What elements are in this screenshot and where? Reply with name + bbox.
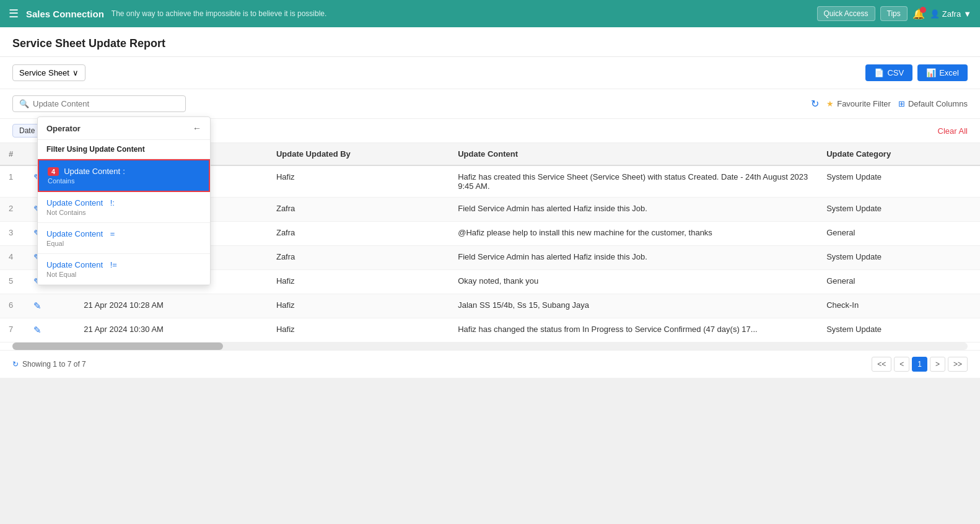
user-avatar-icon: 👤	[930, 9, 940, 19]
excel-icon: 📊	[926, 68, 936, 77]
op-item-notequal-sub: Not Equal	[46, 271, 201, 278]
tagline: The only way to achieve the impossible i…	[112, 9, 810, 18]
row-time: 21 Apr 2024 10:28 AM	[75, 294, 268, 318]
row-category: System Update	[818, 198, 980, 222]
dropdown-label: Service Sheet	[19, 68, 69, 77]
row-time: 21 Apr 2024 10:30 AM	[75, 318, 268, 343]
row-content: Okay noted, thank you	[449, 270, 818, 294]
refresh-button[interactable]: ↻	[811, 98, 819, 110]
table-row: 7 ✎ 21 Apr 2024 10:30 AM Hafiz Hafiz has…	[0, 318, 980, 343]
row-num: 3	[0, 222, 25, 246]
hamburger-icon[interactable]: ☰	[9, 7, 19, 20]
excel-label: Excel	[939, 68, 959, 77]
row-num: 5	[0, 270, 25, 294]
row-category: System Update	[818, 246, 980, 270]
op-item-notcontains-title: Update Content !:	[46, 198, 201, 207]
favourite-filter-button[interactable]: ★ Favourite Filter	[826, 99, 891, 108]
default-columns-label: Default Columns	[908, 99, 968, 108]
row-category: System Update	[818, 318, 980, 343]
toolbar: Service Sheet ∨ 📄 CSV 📊 Excel	[0, 57, 980, 89]
row-category: Check-In	[818, 294, 980, 318]
row-edit[interactable]: ✎	[25, 294, 75, 318]
op-badge: 4	[48, 167, 59, 176]
row-updatedby: Zafra	[268, 246, 449, 270]
dropdown-chevron-icon: ∨	[72, 68, 79, 77]
operator-dropdown: Operator ← Filter Using Update Content 4…	[37, 116, 211, 286]
current-page-button[interactable]: 1	[912, 357, 927, 372]
search-box[interactable]: 🔍	[12, 95, 186, 112]
op-header-title: Operator	[46, 124, 81, 133]
page-title: Service Sheet Update Report	[12, 37, 165, 50]
row-num: 7	[0, 318, 25, 343]
edit-icon[interactable]: ✎	[33, 325, 42, 335]
op-subtitle: Filter Using Update Content	[38, 140, 210, 159]
row-category: General	[818, 222, 980, 246]
refresh-small-icon[interactable]: ↻	[12, 360, 19, 369]
next-page-button[interactable]: >	[930, 357, 945, 372]
service-sheet-dropdown[interactable]: Service Sheet ∨	[12, 64, 85, 81]
star-icon: ★	[826, 99, 834, 108]
col-header-content: Update Content	[449, 143, 818, 165]
csv-icon: 📄	[874, 68, 884, 77]
op-item-not-equal[interactable]: Update Content != Not Equal	[38, 254, 210, 285]
last-page-button[interactable]: >>	[948, 357, 968, 372]
edit-icon[interactable]: ✎	[33, 300, 42, 311]
op-item-equal-title: Update Content =	[46, 229, 201, 238]
pagination-showing: Showing 1 to 7 of 7	[22, 360, 86, 369]
horizontal-scrollbar[interactable]	[12, 343, 968, 350]
row-content: @Hafiz please help to install this new m…	[449, 222, 818, 246]
search-icon: 🔍	[19, 99, 29, 108]
tips-button[interactable]: Tips	[880, 6, 908, 21]
op-item-notequal-title: Update Content !=	[46, 260, 201, 269]
row-updatedby: Hafiz	[268, 318, 449, 343]
filter-bar: 🔍 ↻ ★ Favourite Filter ⊞ Default Columns…	[0, 89, 980, 119]
row-edit[interactable]: ✎	[25, 318, 75, 343]
op-item-not-contains[interactable]: Update Content !: Not Contains	[38, 192, 210, 223]
nav-right: Quick Access Tips 🔔 👤 Zafra ▼	[817, 6, 971, 21]
search-input[interactable]	[33, 99, 179, 108]
col-header-hash: #	[0, 143, 25, 165]
table-row: 6 ✎ 21 Apr 2024 10:28 AM Hafiz Jalan SS …	[0, 294, 980, 318]
csv-button[interactable]: 📄 CSV	[865, 64, 912, 81]
excel-button[interactable]: 📊 Excel	[917, 64, 968, 81]
row-updatedby: Hafiz	[268, 165, 449, 198]
chevron-down-icon: ▼	[963, 9, 971, 19]
op-item-equal[interactable]: Update Content = Equal	[38, 223, 210, 254]
prev-page-button[interactable]: <	[894, 357, 909, 372]
clear-all-button[interactable]: Clear All	[938, 126, 968, 136]
quick-access-button[interactable]: Quick Access	[817, 6, 875, 21]
columns-icon: ⊞	[898, 99, 905, 108]
row-content: Hafiz has changed the status from In Pro…	[449, 318, 818, 343]
csv-label: CSV	[887, 68, 904, 77]
col-header-updatedby: Update Updated By	[268, 143, 449, 165]
notification-bell[interactable]: 🔔	[912, 8, 925, 20]
default-columns-button[interactable]: ⊞ Default Columns	[898, 99, 968, 108]
op-item-contains-sub: Contains	[48, 177, 200, 185]
pagination-info: ↻ Showing 1 to 7 of 7	[12, 360, 86, 369]
row-num: 4	[0, 246, 25, 270]
scrollbar-thumb[interactable]	[12, 343, 223, 350]
row-updatedby: Zafra	[268, 198, 449, 222]
op-item-equal-sub: Equal	[46, 240, 201, 247]
user-menu[interactable]: 👤 Zafra ▼	[930, 9, 971, 19]
brand-name: Sales Connection	[26, 9, 104, 19]
op-item-contains-title: 4 Update Content :	[48, 167, 200, 176]
row-num: 2	[0, 198, 25, 222]
toolbar-right: 📄 CSV 📊 Excel	[865, 64, 968, 81]
first-page-button[interactable]: <<	[872, 357, 891, 372]
row-content: Jalan SS 15/4b, Ss 15, Subang Jaya	[449, 294, 818, 318]
col-header-category: Update Category	[818, 143, 980, 165]
row-updatedby: Hafiz	[268, 270, 449, 294]
op-back-button[interactable]: ←	[193, 123, 201, 133]
filter-right: ↻ ★ Favourite Filter ⊞ Default Columns	[811, 98, 968, 110]
row-content: Field Service Admin has alerted Hafiz in…	[449, 198, 818, 222]
favourite-filter-label: Favourite Filter	[837, 99, 891, 108]
row-content: Field Service Admin has alerted Hafiz in…	[449, 246, 818, 270]
row-content: Hafiz has created this Service Sheet (Se…	[449, 165, 818, 198]
op-item-contains[interactable]: 4 Update Content : Contains	[38, 159, 210, 192]
pagination-bar: ↻ Showing 1 to 7 of 7 << < 1 > >>	[0, 350, 980, 378]
row-updatedby: Hafiz	[268, 294, 449, 318]
row-num: 1	[0, 165, 25, 198]
row-updatedby: Zafra	[268, 222, 449, 246]
row-category: System Update	[818, 165, 980, 198]
